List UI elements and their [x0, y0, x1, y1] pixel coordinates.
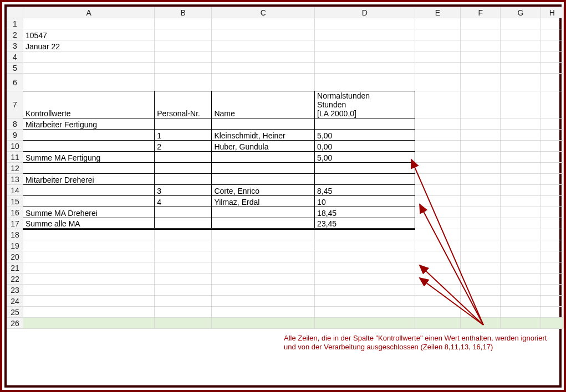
cell-personalnr[interactable]: 1	[155, 130, 212, 141]
cell[interactable]	[461, 74, 501, 91]
cell[interactable]	[315, 274, 415, 285]
cell-name[interactable]: Corte, Enrico	[212, 185, 315, 196]
cell[interactable]	[540, 240, 563, 251]
cell[interactable]	[461, 152, 501, 163]
cell[interactable]	[461, 91, 501, 118]
row-header[interactable]: 13	[7, 174, 23, 185]
row-header[interactable]: 10	[7, 141, 23, 152]
cell[interactable]	[540, 63, 563, 74]
cell[interactable]	[212, 163, 315, 174]
cell[interactable]	[315, 40, 415, 51]
cell[interactable]	[155, 152, 212, 163]
cell[interactable]	[23, 196, 154, 207]
cell[interactable]	[212, 274, 315, 285]
cell-sum-value[interactable]: 18,45	[315, 207, 415, 218]
cell[interactable]	[415, 29, 461, 40]
cell[interactable]	[540, 207, 563, 218]
cell[interactable]	[415, 174, 461, 185]
cell[interactable]	[23, 307, 154, 318]
cell[interactable]	[212, 40, 315, 51]
cell[interactable]	[23, 18, 154, 29]
cell[interactable]	[501, 91, 540, 118]
cell[interactable]	[212, 174, 315, 185]
cell[interactable]	[540, 262, 563, 274]
cell[interactable]	[540, 251, 563, 262]
cell[interactable]	[540, 285, 563, 296]
row-header[interactable]: 11	[7, 152, 23, 163]
cell[interactable]	[415, 18, 461, 29]
cell[interactable]	[315, 229, 415, 240]
cell[interactable]	[415, 51, 461, 63]
cell-sum-label[interactable]: Summe MA Dreherei	[23, 207, 154, 218]
cell[interactable]	[212, 29, 315, 40]
cell[interactable]	[315, 262, 415, 274]
cell[interactable]	[540, 18, 563, 29]
cell[interactable]	[540, 196, 563, 207]
cell-name[interactable]: Huber, Gundula	[212, 141, 315, 152]
cell[interactable]	[212, 262, 315, 274]
cell[interactable]	[415, 40, 461, 51]
cell[interactable]	[461, 207, 501, 218]
spreadsheet[interactable]: A B C D E F G H 1 2 10547 3 Januar 22 4 …	[7, 7, 559, 385]
cell[interactable]	[461, 63, 501, 74]
cell[interactable]	[212, 240, 315, 251]
cell[interactable]	[315, 29, 415, 40]
cell[interactable]	[415, 262, 461, 274]
row-header[interactable]: 2	[7, 29, 23, 40]
cell[interactable]	[23, 185, 154, 196]
cell[interactable]	[415, 118, 461, 130]
cell[interactable]	[212, 51, 315, 63]
row-header[interactable]: 12	[7, 163, 23, 174]
row-header[interactable]: 21	[7, 262, 23, 274]
cell[interactable]	[315, 174, 415, 185]
cell[interactable]	[461, 251, 501, 262]
cell[interactable]	[501, 74, 540, 91]
cell-selected[interactable]	[23, 318, 154, 329]
header-personalnr[interactable]: Personal-Nr.	[155, 91, 212, 118]
row-header[interactable]: 6	[7, 74, 23, 91]
cell[interactable]	[23, 274, 154, 285]
cell[interactable]	[415, 240, 461, 251]
cell[interactable]	[212, 152, 315, 163]
cell[interactable]	[540, 318, 563, 329]
header-normalstunden[interactable]: Normalstunden Stunden [LA 2000,0]	[315, 91, 415, 118]
cell[interactable]	[155, 163, 212, 174]
cell[interactable]	[155, 63, 212, 74]
cell[interactable]	[501, 207, 540, 218]
cell[interactable]	[540, 307, 563, 318]
cell[interactable]	[461, 163, 501, 174]
cell[interactable]	[155, 218, 212, 229]
cell[interactable]	[540, 91, 563, 118]
cell[interactable]	[23, 51, 154, 63]
row-header[interactable]: 25	[7, 307, 23, 318]
row-header[interactable]: 17	[7, 218, 23, 229]
cell[interactable]	[461, 18, 501, 29]
cell[interactable]	[212, 229, 315, 240]
cell[interactable]	[315, 163, 415, 174]
cell[interactable]	[501, 229, 540, 240]
cell[interactable]	[415, 130, 461, 141]
cell[interactable]	[415, 185, 461, 196]
cell[interactable]	[501, 285, 540, 296]
cell[interactable]	[315, 307, 415, 318]
cell[interactable]	[415, 163, 461, 174]
cell[interactable]	[212, 18, 315, 29]
cell[interactable]	[415, 229, 461, 240]
cell[interactable]	[501, 262, 540, 274]
row-header[interactable]: 22	[7, 274, 23, 285]
col-header[interactable]: C	[212, 7, 315, 18]
cell-sum-label[interactable]: Summe MA Fertigung	[23, 152, 154, 163]
cell[interactable]	[461, 285, 501, 296]
cell[interactable]	[501, 251, 540, 262]
cell[interactable]	[461, 51, 501, 63]
cell[interactable]	[155, 262, 212, 274]
cell[interactable]	[501, 18, 540, 29]
cell[interactable]	[315, 74, 415, 91]
cell[interactable]	[23, 130, 154, 141]
cell[interactable]	[212, 285, 315, 296]
cell[interactable]	[501, 63, 540, 74]
cell[interactable]	[212, 296, 315, 307]
cell[interactable]	[315, 63, 415, 74]
cell[interactable]	[461, 318, 501, 329]
cell[interactable]	[23, 262, 154, 274]
